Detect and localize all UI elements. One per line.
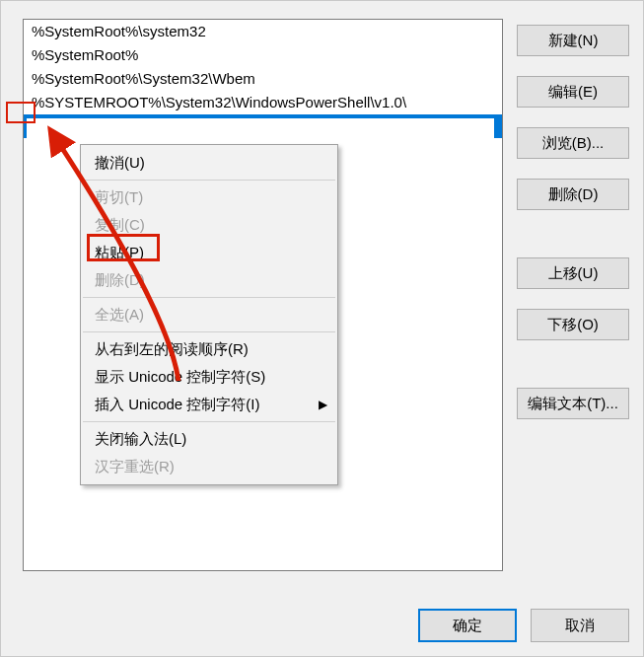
- menu-paste[interactable]: 粘贴(P): [81, 239, 337, 266]
- list-item[interactable]: %SystemRoot%\System32\Wbem: [24, 67, 502, 91]
- list-item[interactable]: %SystemRoot%: [24, 43, 502, 67]
- menu-rtl[interactable]: 从右到左的阅读顺序(R): [81, 335, 337, 363]
- menu-ime-reconv[interactable]: 汉字重选(R): [81, 453, 337, 480]
- edit-button[interactable]: 编辑(E): [517, 76, 629, 108]
- new-button[interactable]: 新建(N): [517, 25, 629, 56]
- browse-button[interactable]: 浏览(B)...: [517, 127, 629, 159]
- edit-cell-input[interactable]: [27, 118, 494, 142]
- menu-close-ime[interactable]: 关闭输入法(L): [81, 425, 337, 453]
- footer-buttons: 确定 取消: [418, 609, 629, 642]
- menu-separator: [83, 331, 335, 332]
- side-buttons: 新建(N) 编辑(E) 浏览(B)... 删除(D) 上移(U) 下移(O) 编…: [517, 19, 629, 571]
- context-menu[interactable]: 撤消(U) 剪切(T) 复制(C) 粘贴(P) 删除(D) 全选(A) 从右到左…: [80, 144, 338, 485]
- menu-delete[interactable]: 删除(D): [81, 266, 337, 294]
- menu-undo[interactable]: 撤消(U): [81, 149, 337, 177]
- list-item[interactable]: %SystemRoot%\system32: [24, 20, 502, 43]
- menu-cut[interactable]: 剪切(T): [81, 183, 337, 211]
- menu-separator: [83, 180, 335, 181]
- list-item[interactable]: %SYSTEMROOT%\System32\WindowsPowerShell\…: [24, 91, 502, 114]
- delete-button[interactable]: 删除(D): [517, 179, 629, 210]
- menu-copy[interactable]: 复制(C): [81, 211, 337, 239]
- edittext-button[interactable]: 编辑文本(T)...: [517, 388, 629, 419]
- menu-insert-unicode[interactable]: 插入 Unicode 控制字符(I) ▶: [81, 391, 337, 418]
- menu-selectall[interactable]: 全选(A): [81, 301, 337, 328]
- menu-insert-unicode-label: 插入 Unicode 控制字符(I): [95, 396, 260, 412]
- menu-separator: [83, 421, 335, 422]
- submenu-arrow-icon: ▶: [319, 391, 327, 418]
- menu-separator: [83, 297, 335, 298]
- menu-show-unicode[interactable]: 显示 Unicode 控制字符(S): [81, 363, 337, 391]
- env-path-editor-window: %SystemRoot%\system32 %SystemRoot% %Syst…: [0, 0, 644, 657]
- ok-button[interactable]: 确定: [418, 609, 517, 642]
- moveup-button[interactable]: 上移(U): [517, 257, 629, 289]
- cancel-button[interactable]: 取消: [531, 609, 629, 642]
- movedown-button[interactable]: 下移(O): [517, 309, 629, 340]
